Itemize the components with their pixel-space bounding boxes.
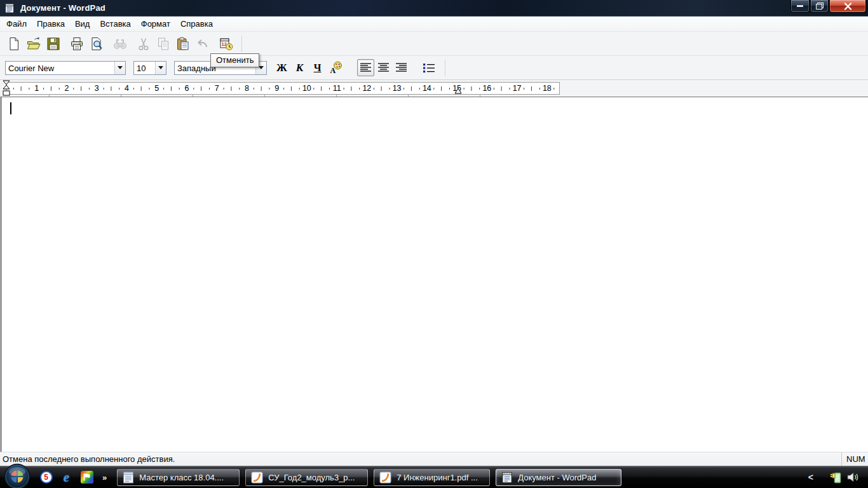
menu-edit[interactable]: Правка xyxy=(32,17,70,30)
font-color-button[interactable]: A xyxy=(327,59,344,76)
start-button[interactable] xyxy=(4,463,31,488)
paste-button[interactable] xyxy=(174,35,192,53)
task-label: 7 Инжениринг1.pdf ... xyxy=(397,473,478,482)
task-button-inzhiniring-pdf[interactable]: 7 Инжениринг1.pdf ... xyxy=(374,469,490,486)
text-caret xyxy=(10,102,11,114)
bullets-button[interactable] xyxy=(420,59,437,76)
cut-button xyxy=(135,35,153,53)
flag-tile-icon xyxy=(81,471,93,484)
close-icon xyxy=(844,3,852,10)
ruler-number: 7 xyxy=(202,83,232,94)
task-button-su-god2-modul3[interactable]: СУ_Год2_модуль3_р... xyxy=(245,469,368,486)
svg-text:A: A xyxy=(330,66,336,75)
wordpad-icon xyxy=(501,471,513,484)
task-button-master-klass[interactable]: Мастер класс 18.04.... xyxy=(117,469,240,486)
ruler-number: 11 xyxy=(322,83,352,94)
document-area[interactable] xyxy=(0,97,868,452)
quick-launch-internet-explorer[interactable]: e xyxy=(60,471,73,484)
ruler-number: 1 xyxy=(22,83,51,94)
minimize-button[interactable] xyxy=(790,0,810,13)
italic-icon: К xyxy=(296,62,304,74)
ruler-number: 4 xyxy=(112,83,142,94)
menu-format[interactable]: Формат xyxy=(136,17,175,30)
internet-explorer-icon: e xyxy=(64,470,69,485)
close-button[interactable] xyxy=(829,0,866,13)
bullets-icon xyxy=(423,63,435,73)
bold-icon: Ж xyxy=(276,62,287,74)
ruler-number: 16 xyxy=(472,83,502,94)
system-tray: < xyxy=(808,470,860,485)
menu-insert[interactable]: Вставка xyxy=(95,17,135,30)
align-left-icon xyxy=(360,63,372,72)
window-controls xyxy=(790,0,866,13)
date-time-button[interactable]: 12 xyxy=(217,35,235,53)
ruler-number: 12 xyxy=(352,83,382,94)
open-button[interactable] xyxy=(25,35,43,53)
align-center-button[interactable] xyxy=(375,59,392,76)
indent-markers[interactable] xyxy=(2,80,11,97)
screen: Документ - WordPad Файл Правка Вид Встав… xyxy=(0,0,868,488)
task-label: Мастер класс 18.04.... xyxy=(139,473,224,482)
quick-launch-overflow-chevron[interactable]: » xyxy=(102,473,107,482)
menu-help[interactable]: Справка xyxy=(175,17,218,30)
ruler-number: 13 xyxy=(382,83,412,94)
find-icon xyxy=(112,36,128,51)
paste-icon xyxy=(175,36,191,51)
cut-icon xyxy=(136,36,151,51)
quick-launch-paint-flag[interactable] xyxy=(80,471,93,484)
standard-toolbar: 12 xyxy=(0,32,868,56)
task-buttons: Мастер класс 18.04.... СУ_Год2_модуль3_р… xyxy=(117,469,621,486)
taskbar: 5 e » Мастер класс 18.04.... СУ_Год2_мод… xyxy=(0,466,868,488)
font-size-value: 10 xyxy=(134,62,155,74)
menu-file[interactable]: Файл xyxy=(1,17,32,30)
print-preview-button[interactable] xyxy=(88,35,105,53)
align-right-icon xyxy=(396,63,407,72)
print-icon xyxy=(69,36,85,51)
save-button[interactable] xyxy=(44,35,62,53)
save-icon xyxy=(46,36,61,51)
status-message: Отмена последнего выполненного действия. xyxy=(3,454,175,464)
right-margin-marker[interactable] xyxy=(454,87,463,95)
italic-button[interactable]: К xyxy=(291,59,308,76)
tray-collapse-chevron[interactable]: < xyxy=(808,472,813,482)
ruler-number: 18 xyxy=(532,83,562,94)
dropdown-arrow-icon[interactable] xyxy=(155,62,166,74)
ruler-number: 6 xyxy=(172,83,201,94)
underline-button[interactable]: Ч xyxy=(309,59,326,76)
statusbar: Отмена последнего выполненного действия.… xyxy=(0,452,868,466)
quick-launch: 5 e xyxy=(39,471,93,484)
font-size-combo[interactable]: 10 xyxy=(133,61,166,75)
wordpad-app-icon xyxy=(4,3,15,14)
menu-view[interactable]: Вид xyxy=(70,17,95,30)
titlebar: Документ - WordPad xyxy=(0,0,868,17)
undo-button xyxy=(194,35,212,53)
power-plug-icon[interactable] xyxy=(828,470,843,485)
dropdown-arrow-icon[interactable] xyxy=(114,62,125,74)
ruler-strip[interactable]: 1 2 3 4 5 6 7 8 9 10 11 12 13 14 15 16 1 xyxy=(6,82,560,95)
ruler-number: 9 xyxy=(262,83,292,94)
ruler-number: 5 xyxy=(142,83,172,94)
volume-icon[interactable] xyxy=(845,470,860,485)
task-label: СУ_Год2_модуль3_р... xyxy=(268,473,355,482)
underline-icon: Ч xyxy=(314,62,322,74)
menubar: Файл Правка Вид Вставка Формат Справка xyxy=(0,17,868,32)
formatbar-separator xyxy=(445,60,445,76)
print-button[interactable] xyxy=(68,35,86,53)
restore-button[interactable] xyxy=(810,0,829,13)
ruler-number: 8 xyxy=(232,83,262,94)
align-center-icon xyxy=(378,63,390,72)
bold-button[interactable]: Ж xyxy=(273,59,290,76)
ruler-number: 14 xyxy=(412,83,442,94)
new-document-button[interactable] xyxy=(5,35,23,53)
quick-launch-badge5[interactable]: 5 xyxy=(39,471,53,484)
date-time-icon: 12 xyxy=(219,36,234,51)
align-right-button[interactable] xyxy=(393,59,410,76)
align-left-button[interactable] xyxy=(357,59,374,76)
print-preview-icon xyxy=(89,36,104,51)
wordpad-window: Документ - WordPad Файл Правка Вид Встав… xyxy=(0,0,868,466)
task-button-wordpad[interactable]: Документ - WordPad xyxy=(496,469,621,486)
window-title: Документ - WordPad xyxy=(20,3,105,13)
undo-tooltip: Отменить xyxy=(210,53,259,67)
font-family-combo[interactable]: Courier New xyxy=(5,61,126,75)
font-family-value: Courier New xyxy=(6,62,114,74)
